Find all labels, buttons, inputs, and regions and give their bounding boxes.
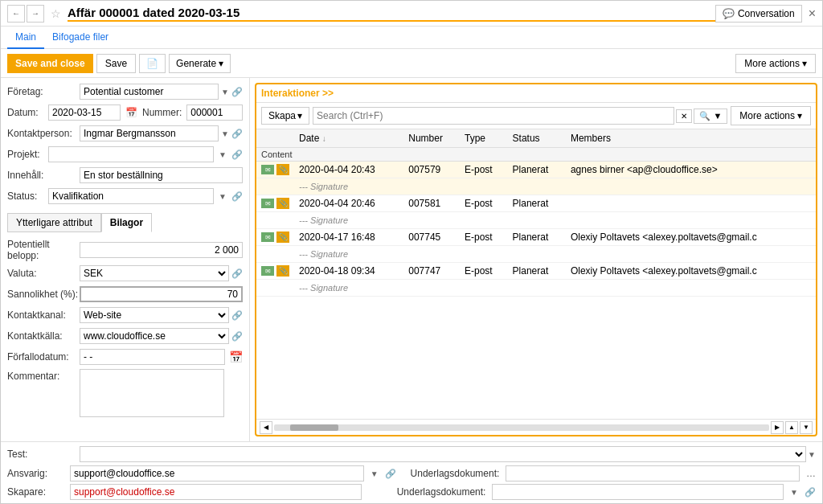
col-number[interactable]: Number (403, 129, 460, 148)
scroll-right-button[interactable]: ▶ (771, 421, 784, 434)
datum-input[interactable] (48, 104, 121, 121)
valuta-link-icon[interactable]: 🔗 (231, 268, 243, 279)
subtab-bilagor[interactable]: Bilagor (101, 213, 152, 232)
kontaktkalla-select[interactable]: www.cloudoffice.se (80, 328, 229, 344)
row-type: E-post (460, 195, 508, 212)
kontaktperson-input[interactable] (80, 125, 219, 141)
innehall-input[interactable] (80, 167, 243, 183)
underlag-input-2[interactable] (492, 484, 784, 500)
attach-icon: 📎 (276, 164, 289, 175)
scroll-left-button[interactable]: ◀ (260, 421, 272, 434)
more-actions-button[interactable]: More actions ▾ (735, 54, 816, 73)
kontaktperson-dropdown-icon[interactable]: ▼ (221, 129, 229, 138)
save-button[interactable]: Save (96, 54, 136, 73)
test-select[interactable] (80, 446, 806, 462)
table-row[interactable]: ✉ 📎 2020-04-17 16:48 007745 E-post Plane… (256, 229, 816, 246)
row-number: 007747 (403, 263, 460, 280)
forfallodatum-input[interactable] (80, 349, 225, 365)
table-row-signature-4: --- Signature (256, 280, 816, 297)
row-members (566, 195, 816, 212)
row-members: Olexiy Poltavets <alexey.poltavets@gmail… (566, 229, 816, 246)
signature-1: --- Signature (299, 182, 348, 191)
potentiellt-input[interactable] (80, 242, 243, 258)
col-type[interactable]: Type (460, 129, 508, 148)
sannolikhet-label: Sannolikhet (%): (7, 289, 80, 300)
table-row[interactable]: ✉ 📎 2020-04-04 20:43 007579 E-post Plane… (256, 162, 816, 178)
conversation-button[interactable]: 💬 Conversation (715, 5, 802, 23)
projekt-input[interactable] (48, 146, 214, 162)
valuta-label: Valuta: (7, 268, 80, 279)
underlag-link-2[interactable]: 🔗 (805, 487, 816, 498)
potentiellt-label: Potentiellt belopp: (7, 239, 80, 261)
email-icon: ✉ (261, 165, 274, 174)
scroll-up-button[interactable]: ▲ (785, 421, 798, 434)
underlag-label-1: Underlagsdokument: (411, 468, 500, 479)
kontaktkanal-label: Kontaktkanal: (7, 309, 80, 321)
row-status: Planerat (508, 263, 566, 280)
underlag-dropdown-2[interactable]: ▼ (790, 488, 798, 497)
table-row[interactable]: ✉ 📎 2020-04-04 20:46 007581 E-post Plane… (256, 195, 816, 212)
interactions-more-actions-button[interactable]: More actions ▾ (731, 106, 811, 125)
kontaktkanal-link-icon[interactable]: 🔗 (231, 310, 243, 321)
projekt-dropdown-icon[interactable]: ▼ (219, 150, 227, 159)
tab-main[interactable]: Main (7, 27, 44, 49)
subtab-ytterligare[interactable]: Ytterligare attribut (7, 213, 101, 232)
underlag-dots-1[interactable]: … (806, 468, 816, 479)
horizontal-scrollbar[interactable] (274, 424, 769, 431)
nav-forward-button[interactable]: → (27, 5, 44, 23)
col-date[interactable]: Date ↓ (294, 129, 403, 148)
col-members[interactable]: Members (566, 129, 816, 148)
bookmark-icon: ☆ (51, 7, 61, 20)
interactions-search-input[interactable] (313, 107, 674, 125)
close-button[interactable]: × (809, 6, 816, 21)
row-number: 007745 (403, 229, 460, 246)
status-label: Status: (7, 191, 43, 202)
interactions-title[interactable]: Interaktioner >> (261, 88, 334, 99)
nummer-label: Nummer: (142, 107, 182, 118)
window-title: Affär 000001 dated 2020-03-15 (68, 6, 715, 22)
status-link-icon[interactable]: 🔗 (231, 191, 243, 202)
ansvarig-input[interactable] (70, 465, 364, 481)
attach-icon: 📎 (276, 232, 289, 243)
scroll-down-button[interactable]: ▼ (800, 421, 813, 434)
kontaktkalla-label: Kontaktkälla: (7, 330, 80, 342)
conversation-icon: 💬 (723, 8, 735, 19)
foretag-input[interactable] (80, 84, 219, 100)
datum-cal-icon[interactable]: 📅 (125, 107, 137, 118)
save-close-button[interactable]: Save and close (7, 54, 93, 73)
foretag-link-icon[interactable]: 🔗 (231, 87, 243, 97)
status-dropdown-icon[interactable]: ▼ (219, 192, 227, 201)
forfallodatum-label: Förfallodatum: (7, 351, 80, 363)
tab-bifogade-filer[interactable]: Bifogade filer (44, 27, 117, 49)
sannolikhet-input[interactable] (80, 286, 243, 302)
skapare-label: Skapare: (7, 486, 63, 498)
signature-3: --- Signature (299, 249, 348, 259)
copy-button[interactable]: 📄 (139, 54, 166, 73)
test-dropdown-icon[interactable]: ▼ (808, 450, 816, 459)
col-status[interactable]: Status (508, 129, 566, 148)
nav-back-button[interactable]: ← (7, 5, 25, 23)
kontaktkalla-link-icon[interactable]: 🔗 (231, 331, 243, 342)
create-button[interactable]: Skapa ▾ (261, 107, 309, 125)
generate-button[interactable]: Generate ▾ (169, 54, 231, 73)
table-row[interactable]: ✉ 📎 2020-04-18 09:34 007747 E-post Plane… (256, 263, 816, 280)
ansvarig-link-icon[interactable]: 🔗 (385, 469, 396, 479)
skapare-input[interactable] (70, 484, 362, 500)
kontaktkanal-select[interactable]: Web-site (80, 307, 229, 323)
kommentar-textarea[interactable] (80, 369, 224, 417)
clear-search-button[interactable]: ✕ (676, 109, 692, 123)
status-input[interactable] (48, 188, 214, 204)
row-status: Planerat (508, 162, 566, 178)
underlag-input-1[interactable] (506, 465, 800, 481)
row-number: 007579 (403, 162, 460, 178)
valuta-select[interactable]: SEK (80, 265, 229, 281)
nummer-input[interactable] (186, 104, 243, 121)
kontaktperson-link-icon[interactable]: 🔗 (231, 129, 243, 139)
search-button[interactable]: 🔍 ▼ (694, 109, 727, 124)
forfallodatum-cal-icon[interactable]: 📅 (229, 350, 243, 363)
projekt-link-icon[interactable]: 🔗 (231, 150, 243, 160)
row-members: agnes birner <ap@cloudoffice.se> (566, 162, 816, 178)
foretag-dropdown-icon[interactable]: ▼ (221, 88, 229, 96)
ansvarig-dropdown-icon[interactable]: ▼ (371, 469, 379, 478)
signature-4: --- Signature (299, 283, 348, 293)
